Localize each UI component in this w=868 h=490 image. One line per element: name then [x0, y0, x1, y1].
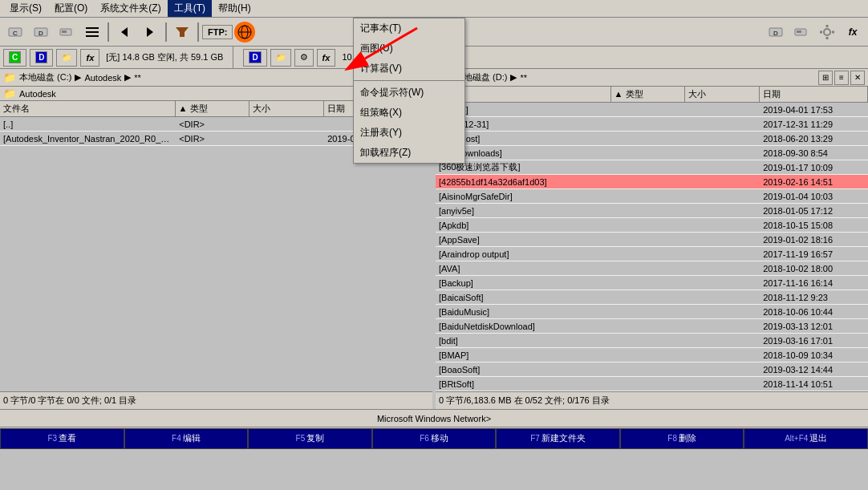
right-row-11[interactable]: [AVA] 2018-10-02 18:00 — [436, 261, 868, 276]
right-cell-name-16: [bdit] — [436, 335, 611, 346]
tools-dropdown[interactable]: 记事本(T) 画图(U) 计算器(V) 命令提示符(W) 组策略(X) 注册表(… — [353, 18, 465, 164]
right-drive-d-btn[interactable]: D — [764, 21, 788, 43]
right-col-size[interactable]: 大小 — [685, 87, 760, 102]
menu-help[interactable]: 帮助(H) — [212, 0, 258, 17]
menu-calculator[interactable]: 计算器(V) — [354, 59, 464, 79]
left-col-filename[interactable]: 文件名 — [0, 101, 176, 116]
right-cell-name-13: [BaicaiSoft] — [436, 292, 611, 303]
right-path-icon-3[interactable]: ✕ — [850, 71, 865, 85]
right-row-9[interactable]: [AppSave] 2019-01-02 18:16 — [436, 233, 868, 247]
fkey-btn-F4[interactable]: F4编辑 — [124, 428, 249, 449]
right-cell-date-7: 2018-01-05 17:12 — [760, 205, 868, 217]
menu-cmd[interactable]: 命令提示符(W) — [354, 83, 464, 103]
globe-btn[interactable] — [234, 22, 255, 43]
fkey-btn-AltF4[interactable]: Alt+F4退出 — [744, 428, 868, 449]
fkey-num-3: F6 — [420, 434, 429, 443]
menu-config[interactable]: 配置(O) — [48, 0, 94, 17]
right-cell-date-3: 2018-09-30 8:54 — [760, 148, 868, 159]
forward-btn[interactable] — [138, 21, 162, 43]
toolbar-sep-1 — [107, 22, 109, 42]
left-folder-icon2: 📁 — [3, 87, 16, 99]
right-row-16[interactable]: [bdit] 2019-03-16 17:01 — [436, 334, 868, 348]
right-cell-date-18: 2019-03-12 14:44 — [760, 364, 868, 375]
right-file-list[interactable]: [12345] 2019-04-01 17:53 [2017-12-31] 20… — [436, 103, 868, 391]
left-path-autodesk: Autodesk — [84, 73, 121, 83]
left-folder-name: Autodesk — [19, 89, 56, 99]
right-row-2[interactable]: [321ghost] 2018-06-20 13:29 — [436, 132, 868, 146]
left-col-type[interactable]: ▲ 类型 — [176, 101, 250, 116]
right-row-4[interactable]: [360极速浏览器下载] 2019-01-17 10:09 — [436, 160, 868, 175]
right-row-8[interactable]: [Apkdb] 2018-10-15 15:08 — [436, 218, 868, 233]
right-row-0[interactable]: [12345] 2019-04-01 17:53 — [436, 103, 868, 117]
right-path-icons: ⊞ ≡ ✕ — [818, 71, 865, 85]
right-cell-size-17 — [686, 354, 761, 356]
right-cell-size-8 — [686, 225, 761, 226]
right-col-date[interactable]: 日期 — [760, 87, 868, 102]
fkey-num-1: F4 — [172, 434, 181, 443]
menu-tools[interactable]: 工具(T) — [168, 0, 212, 17]
fkey-num-0: F3 — [47, 434, 57, 443]
drive-d-btn[interactable]: D — [29, 21, 53, 43]
fkey-label-3: 移动 — [431, 432, 448, 444]
fkey-btn-F8[interactable]: F8删除 — [620, 428, 744, 449]
right-row-12[interactable]: [Backup] 2017-11-16 16:14 — [436, 276, 868, 290]
right-settings-btn[interactable] — [815, 21, 839, 43]
svg-marker-9 — [121, 27, 128, 37]
right-row-13[interactable]: [BaicaiSoft] 2018-11-12 9:23 — [436, 290, 868, 305]
right-row-6[interactable]: [AisinoMgrSafeDir] 2019-01-04 10:03 — [436, 189, 868, 204]
list-view-btn[interactable] — [80, 21, 104, 43]
fkey-btn-F3[interactable]: F3查看 — [0, 428, 124, 449]
left-drive-d-btn[interactable]: D — [30, 49, 53, 67]
right-cell-date-4: 2019-01-17 10:09 — [760, 162, 868, 173]
right-row-17[interactable]: [BMAP] 2018-10-09 10:34 — [436, 348, 868, 362]
right-row-5[interactable]: [42855b1df14a32d6af1d03] 2019-02-16 14:5… — [436, 175, 868, 189]
back-btn[interactable] — [112, 21, 136, 43]
right-drive-btn[interactable] — [789, 21, 813, 43]
left-drive-misc-btn[interactable]: 📁 — [56, 49, 77, 67]
right-cell-date-13: 2018-11-12 9:23 — [760, 292, 868, 303]
right-row-18[interactable]: [BoaoSoft] 2019-03-12 14:44 — [436, 362, 868, 377]
menu-policy[interactable]: 组策略(X) — [354, 103, 464, 123]
left-col-size[interactable]: 大小 — [249, 101, 324, 116]
right-row-19[interactable]: [BRtSoft] 2018-11-14 10:51 — [436, 377, 868, 391]
menu-show[interactable]: 显示(S) — [3, 0, 48, 17]
right-cell-size-11 — [686, 268, 761, 269]
filter-btn[interactable] — [170, 21, 194, 43]
right-col-type[interactable]: ▲ 类型 — [611, 87, 686, 102]
right-settings-btn2[interactable]: ⚙ — [294, 49, 314, 67]
right-row-3[interactable]: [360Downloads] 2018-09-30 8:54 — [436, 146, 868, 160]
menu-uninstall[interactable]: 卸载程序(Z) — [354, 143, 464, 163]
fkey-btn-F7[interactable]: F7新建文件夹 — [496, 428, 620, 449]
left-path-text: 本地磁盘 (C:) — [19, 71, 71, 83]
right-column-headers: 名 ▲ 类型 大小 日期 — [436, 87, 868, 103]
right-cell-type-15 — [611, 326, 686, 327]
right-fx-btn2[interactable]: fx — [317, 49, 336, 67]
right-cell-name-12: [Backup] — [436, 277, 611, 289]
right-drive-misc-btn2[interactable]: 📁 — [270, 49, 291, 67]
menu-sysfolders[interactable]: 系统文件夹(Z) — [94, 0, 167, 17]
right-cell-size-5 — [686, 181, 761, 183]
right-fx-btn[interactable]: fx — [841, 21, 865, 43]
right-row-14[interactable]: [BaiduMusic] 2018-10-06 10:44 — [436, 305, 868, 319]
right-cell-name-17: [BMAP] — [436, 350, 611, 361]
menu-regedit[interactable]: 注册表(Y) — [354, 123, 464, 143]
drive-c-btn[interactable]: C — [3, 21, 27, 43]
menu-notepad[interactable]: 记事本(T) — [354, 18, 464, 38]
right-cell-date-16: 2019-03-16 17:01 — [760, 335, 868, 346]
right-row-7[interactable]: [anyiv5e] 2018-01-05 17:12 — [436, 204, 868, 218]
left-fx-btn[interactable]: fx — [80, 49, 99, 67]
right-cell-type-18 — [611, 369, 686, 371]
fkey-btn-F6[interactable]: F6移动 — [372, 428, 497, 449]
menu-paint[interactable]: 画图(U) — [354, 38, 464, 59]
right-row-10[interactable]: [Araindrop output] 2017-11-19 16:57 — [436, 247, 868, 261]
toolbar-sep-3 — [197, 22, 199, 42]
left-drive-c-btn[interactable]: C — [3, 49, 26, 67]
right-cell-name-9: [AppSave] — [436, 234, 611, 245]
right-drive-d-btn2[interactable]: D — [243, 49, 266, 67]
fkey-btn-F5[interactable]: F5复制 — [248, 428, 372, 449]
right-row-1[interactable]: [2017-12-31] 2017-12-31 11:29 — [436, 117, 868, 132]
right-path-icon-2[interactable]: ≡ — [834, 71, 849, 85]
right-row-15[interactable]: [BaiduNetdiskDownload] 2019-03-13 12:01 — [436, 319, 868, 334]
right-path-icon-1[interactable]: ⊞ — [818, 71, 833, 85]
drive-btn[interactable] — [55, 21, 79, 43]
